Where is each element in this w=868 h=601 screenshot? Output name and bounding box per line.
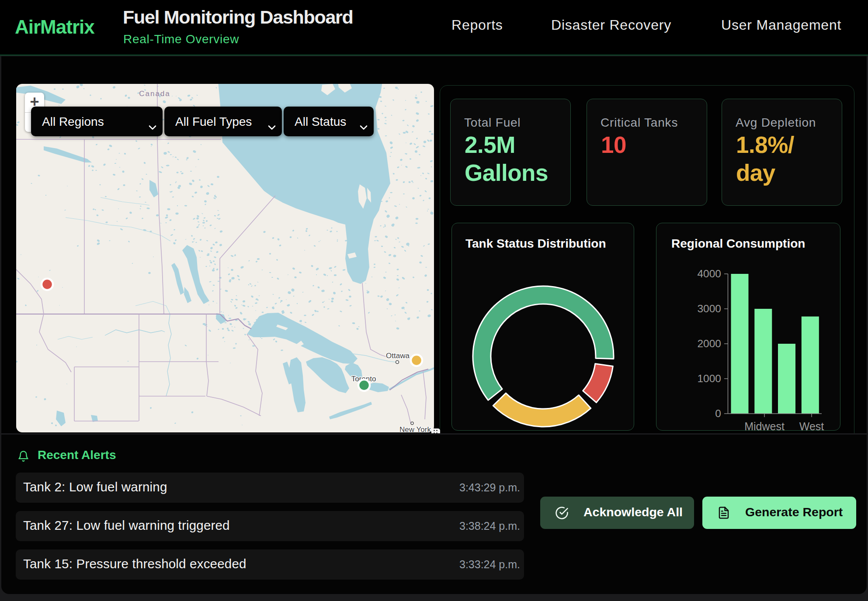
svg-text:West: West <box>799 420 824 431</box>
svg-text:1000: 1000 <box>697 373 721 384</box>
svg-text:4000: 4000 <box>697 268 721 280</box>
svg-text:Ottawa: Ottawa <box>386 352 410 360</box>
svg-text:3000: 3000 <box>697 303 721 314</box>
svg-text:0: 0 <box>715 408 721 419</box>
svg-text:Midwest: Midwest <box>744 420 785 431</box>
svg-text:2000: 2000 <box>697 338 721 349</box>
svg-text:New York: New York <box>399 425 431 432</box>
svg-text:Canada: Canada <box>139 90 170 98</box>
